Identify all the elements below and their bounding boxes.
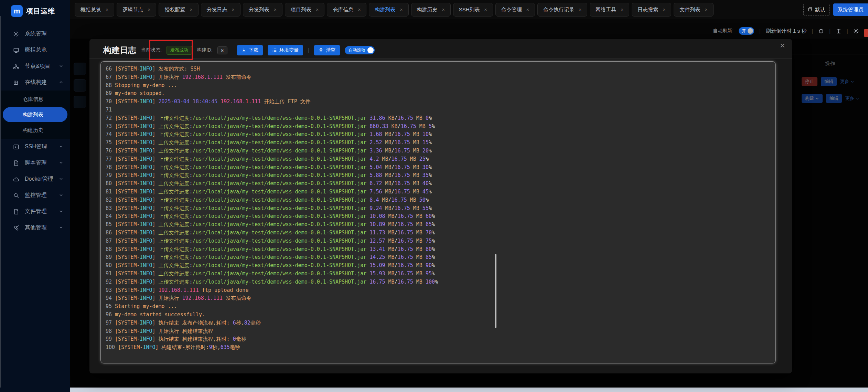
tab-命令执行记录[interactable]: 命令执行记录×: [537, 3, 587, 17]
tab-分发日志[interactable]: 分发日志×: [201, 3, 240, 17]
tab-网络工具[interactable]: 网络工具×: [590, 3, 629, 17]
logo-icon: m: [11, 5, 23, 17]
tab-close-icon[interactable]: ×: [621, 7, 623, 12]
tab-构建历史[interactable]: 构建历史×: [411, 3, 451, 17]
sidebar-item-其他管理[interactable]: 其他管理: [0, 220, 70, 236]
chevron-down-icon: [59, 176, 63, 182]
sidebar-subitem-构建历史[interactable]: 构建历史: [0, 123, 70, 138]
log-line: 81 [SYSTEM-INFO] 上传文件进度:/usr/local/java/…: [106, 188, 775, 196]
build-id-badge: 8: [217, 46, 227, 54]
modal-close-icon[interactable]: ×: [780, 40, 785, 51]
sidebar-scrollbar[interactable]: [0, 16, 1, 388]
edge-red-icon[interactable]: [864, 29, 868, 37]
sidebar-item-脚本管理[interactable]: 脚本管理: [0, 155, 70, 171]
log-line: 86 [SYSTEM-INFO] 上传文件进度:/usr/local/java/…: [106, 229, 775, 237]
refresh-icon[interactable]: [818, 28, 824, 34]
sidebar-item-节点&项目[interactable]: 节点&项目: [0, 58, 70, 74]
log-scrollbar-thumb[interactable]: [495, 254, 496, 328]
tab-close-icon[interactable]: ×: [400, 7, 403, 12]
tab-项目列表[interactable]: 项目列表×: [285, 3, 324, 17]
nodes-icon: [13, 63, 19, 70]
build-log-output[interactable]: 66 [SYSTEM-INFO] 发布的方式: SSH67 [SYSTEM-IN…: [100, 61, 776, 363]
tab-日志搜索[interactable]: 日志搜索×: [632, 3, 671, 17]
tab-close-icon[interactable]: ×: [663, 7, 665, 12]
sidebar-item-文件管理[interactable]: 文件管理: [0, 203, 70, 220]
script-icon: [13, 160, 19, 166]
list-icon: [272, 48, 277, 53]
gear-icon: [13, 31, 19, 37]
log-line: 84 [SYSTEM-INFO] 上传文件进度:/usr/local/java/…: [106, 212, 775, 221]
log-line: 69 my-demo stopped.: [106, 89, 775, 98]
tab-仓库信息[interactable]: 仓库信息×: [327, 3, 366, 17]
sidebar-item-系统管理[interactable]: 系统管理: [0, 26, 70, 42]
tab-close-icon[interactable]: ×: [705, 7, 707, 12]
tab-close-icon[interactable]: ×: [526, 7, 529, 12]
log-line: 76 [SYSTEM-INFO] 上传文件进度:/usr/local/java/…: [106, 147, 775, 155]
tab-命令管理[interactable]: 命令管理×: [495, 3, 535, 17]
log-line: 78 [SYSTEM-INFO] 上传文件进度:/usr/local/java/…: [106, 163, 775, 172]
tab-close-icon[interactable]: ×: [232, 7, 235, 12]
log-line: 92 [SYSTEM-INFO] 上传文件进度:/usr/local/java/…: [106, 278, 775, 286]
tab-授权配置[interactable]: 授权配置×: [159, 3, 198, 17]
sidebar-item-概括总览[interactable]: 概括总览: [0, 42, 70, 58]
tab-close-icon[interactable]: ×: [484, 7, 487, 12]
tab-分发列表[interactable]: 分发列表×: [243, 3, 282, 17]
workspace-default-button[interactable]: 默认: [803, 4, 830, 15]
tab-文件列表[interactable]: 文件列表×: [674, 3, 713, 17]
download-icon: [242, 48, 246, 53]
sidebar: m 项目运维 系统管理概括总览节点&项目在线构建仓库信息构建列表构建历史SSH管…: [0, 0, 70, 392]
env-vars-button[interactable]: 环境变量: [268, 45, 303, 55]
status-badge: 发布成功: [167, 46, 192, 55]
window-icon: [808, 7, 813, 13]
horizontal-scrollbar[interactable]: [70, 388, 868, 392]
tab-close-icon[interactable]: ×: [106, 7, 108, 12]
log-line: 95 Starting my-demo ...: [106, 303, 775, 311]
refresh-countdown: 刷新倒计时 1 s 秒: [766, 28, 806, 34]
modal-header: 构建日志 当前状态: 发布成功 构建ID: 8 下载 环境变量 | 清空 自动滚…: [89, 39, 792, 56]
chevron-down-icon: [59, 192, 63, 199]
chevron-up-icon: [59, 80, 63, 86]
sidebar-item-Docker管理[interactable]: Docker管理: [0, 171, 70, 187]
tab-SSH列表[interactable]: SSH列表×: [453, 3, 493, 17]
log-line: 68 Stopping my-demo ...: [106, 82, 775, 90]
settings-gear-icon[interactable]: [853, 28, 859, 34]
log-line: 85 [SYSTEM-INFO] 上传文件进度:/usr/local/java/…: [106, 221, 775, 229]
log-line: 94 [SYSTEM-INFO] 开始执行 192.168.1.111 发布后命…: [106, 294, 775, 303]
file-icon: [13, 209, 19, 215]
tab-close-icon[interactable]: ×: [579, 7, 581, 12]
log-line: 90 [SYSTEM-INFO] 上传文件进度:/usr/local/java/…: [106, 262, 775, 270]
log-line: 83 [SYSTEM-INFO] 上传文件进度:/usr/local/java/…: [106, 204, 775, 213]
auto-refresh-toggle[interactable]: 开: [739, 27, 754, 35]
auto-scroll-toggle[interactable]: 自动滚动: [345, 46, 375, 54]
build-log-modal: 构建日志 当前状态: 发布成功 构建ID: 8 下载 环境变量 | 清空 自动滚…: [89, 39, 792, 373]
sidebar-subitem-构建列表[interactable]: 构建列表: [3, 107, 67, 122]
row-height-icon[interactable]: [836, 28, 842, 34]
tab-close-icon[interactable]: ×: [358, 7, 361, 12]
submenu-在线构建: 仓库信息构建列表构建历史: [0, 91, 70, 139]
tab-概括总览[interactable]: 概括总览×: [75, 3, 114, 17]
tab-close-icon[interactable]: ×: [190, 7, 192, 12]
download-button[interactable]: 下载: [237, 45, 263, 55]
build-id-label: 构建ID:: [197, 47, 213, 53]
log-line: 80 [SYSTEM-INFO] 上传文件进度:/usr/local/java/…: [106, 180, 775, 188]
sidebar-subitem-仓库信息[interactable]: 仓库信息: [0, 92, 70, 107]
tab-close-icon[interactable]: ×: [316, 7, 319, 12]
auto-refresh-state: 开: [742, 28, 746, 34]
clear-button[interactable]: 清空: [314, 45, 340, 55]
log-line: 71: [106, 106, 775, 114]
admin-user-button[interactable]: 系统管理员: [833, 3, 868, 16]
tab-close-icon[interactable]: ×: [274, 7, 277, 12]
app-title: 项目运维: [26, 7, 55, 16]
wrench-icon: [13, 225, 19, 231]
trash-icon: [319, 48, 323, 53]
sidebar-item-监控管理[interactable]: 监控管理: [0, 187, 70, 203]
log-line: 99 [SYSTEM-INFO] 执行结束 构建结束流程,耗时: 0毫秒: [106, 335, 775, 343]
sidebar-item-在线构建[interactable]: 在线构建: [0, 74, 70, 91]
tab-close-icon[interactable]: ×: [442, 7, 445, 12]
monitor-icon: [13, 47, 19, 53]
app-logo: m 项目运维: [0, 0, 70, 17]
tab-构建列表[interactable]: 构建列表×: [369, 3, 408, 17]
sidebar-item-SSH管理[interactable]: SSH管理: [0, 139, 70, 155]
tab-逻辑节点[interactable]: 逻辑节点×: [117, 3, 156, 17]
tab-close-icon[interactable]: ×: [148, 7, 150, 12]
